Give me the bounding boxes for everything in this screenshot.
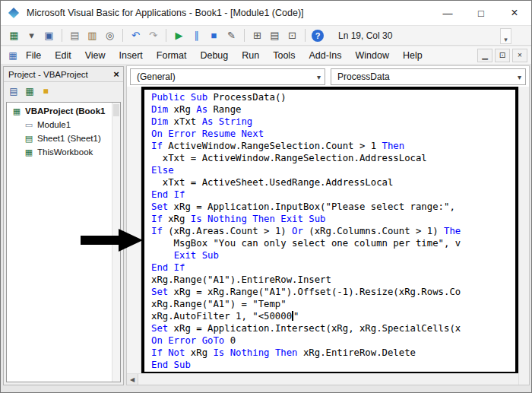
menu-file[interactable]: File [19,46,48,64]
minimize-button[interactable]: — [431,1,464,25]
project-panel-header: Project - VBAProject × [4,67,123,82]
code-keyword: As String [202,116,253,127]
view-dropdown-icon[interactable]: ▾ [24,27,40,43]
break-icon[interactable]: ∥ [188,27,204,43]
menu-debug[interactable]: Debug [193,46,235,64]
close-button[interactable]: × [498,1,531,25]
view-excel-icon[interactable]: ▦ [6,27,22,43]
code-line[interactable]: If Not xRg Is Nothing Then xRg.EntireRow… [151,347,515,359]
toolbar-overflow-button[interactable]: ▾ [500,28,511,44]
tree-item-label: VBAProject (Book1 [25,106,105,116]
chevron-down-icon[interactable]: ▾ [317,69,321,84]
code-line[interactable]: End If [151,189,515,201]
code-line[interactable]: xTxt = ActiveWindow.RangeSelection.Addre… [151,152,515,164]
code-line[interactable]: Exit Sub [151,249,515,261]
project-panel-toolbar: ▤▦■ [4,82,123,100]
code-line[interactable]: xRg.Range("A1").EntireRow.Insert [151,274,515,286]
workbook-icon: ▦ [24,147,34,157]
child-restore-button[interactable]: ⊡ [495,49,510,62]
code-line[interactable]: xRg.AutoFilter 1, "<50000" [151,310,515,322]
code-line[interactable]: If ActiveWindow.RangeSelection.Count > 1… [151,140,515,152]
code-line[interactable]: On Error GoTo 0 [151,334,515,347]
code-text: (xRg.Columns.Count > 1) [303,226,444,236]
maximize-button[interactable]: □ [464,1,498,25]
toggle-folders-icon[interactable]: ■ [39,84,52,98]
code-keyword: Dim [151,116,168,127]
scroll-left-icon: ◀ [130,376,135,383]
code-keyword: Set [151,287,168,297]
vertical-scrollbar[interactable] [518,87,529,385]
code-line[interactable]: xTxt = ActiveSheet.UsedRange.AddressLoca… [151,176,515,189]
menu-window[interactable]: Window [349,46,396,64]
redo-icon[interactable]: ↷ [145,27,161,43]
code-line[interactable]: If (xRg.Areas.Count > 1) Or (xRg.Columns… [151,225,515,237]
view-code-icon[interactable]: ▤ [7,84,21,98]
properties-window-icon[interactable]: ▤ [267,27,283,43]
code-line[interactable]: Set xRg = Application.Intersect(xRg, xRg… [151,322,515,334]
code-line[interactable]: Set xRg = xRg.Range("A1").Offset(-1).Res… [151,286,515,298]
menu-addins[interactable]: Add-Ins [302,46,348,64]
vba-main-window: Microsoft Visual Basic for Applications … [0,0,532,393]
child-minimize-button[interactable]: ▁ [477,49,492,62]
code-line[interactable]: On Error Resume Next [151,128,515,140]
toolbar-separator [244,29,245,42]
tree-item-thisworkbook[interactable]: ▦ThisWorkbook [7,145,120,159]
undo-icon[interactable]: ↶ [128,27,144,43]
chevron-down-icon[interactable]: ▾ [518,69,521,84]
menu-edit[interactable]: Edit [48,46,78,64]
panel-close-button[interactable]: × [109,67,123,81]
tree-item-module1[interactable]: ▭Module1 [7,118,120,132]
copy-icon[interactable]: ▤ [67,27,83,43]
toolbar-separator [166,29,166,42]
code-window: (General) ▾ ProcessData ▾ Public Sub Pro… [126,65,530,385]
code-line[interactable]: If xRg Is Nothing Then Exit Sub [151,213,515,225]
code-line[interactable]: Set xRg = Application.InputBox("Please s… [151,201,515,213]
code-line[interactable]: Public Sub ProcessData() [151,91,515,103]
paste-icon[interactable]: ▥ [84,27,100,43]
child-close-button[interactable]: × [512,49,527,62]
menu-format[interactable]: Format [150,46,194,64]
code-keyword: Exit Sub [174,250,219,261]
procedure-dropdown[interactable]: ProcessData ▾ [331,68,526,85]
code-line[interactable]: xRg.Range("A1") = "Temp" [151,298,515,310]
view-object-icon[interactable]: ▦ [23,84,36,98]
code-lines: Public Sub ProcessData()Dim xRg As Range… [151,91,515,371]
code-keyword: Or [292,226,303,236]
code-editor[interactable]: Public Sub ProcessData()Dim xRg As Range… [141,87,518,375]
reset-icon[interactable]: ■ [206,27,222,43]
code-line[interactable]: Else [151,164,515,176]
project-explorer-icon[interactable]: ⊞ [249,27,265,43]
horizontal-scrollbar[interactable]: ◀ [127,373,518,385]
code-line[interactable]: MsgBox "You can only select one column p… [151,237,515,249]
help-icon[interactable]: ? [312,30,324,42]
vba-app-icon [8,7,20,19]
code-line[interactable]: End Sub [151,359,515,371]
code-line[interactable]: End If [151,261,515,274]
find-icon[interactable]: ◎ [102,27,118,43]
code-line[interactable]: Dim xRg As Range [151,103,515,116]
code-keyword: End Sub [151,360,191,370]
code-text: xRg = xRg.Range("A1").Offset(-1).Resize(… [168,287,461,297]
menu-tools[interactable]: Tools [266,46,302,64]
menu-run[interactable]: Run [235,46,266,64]
tree-item-vbaproject-book1[interactable]: ▦VBAProject (Book1 [7,104,120,118]
code-keyword: The [444,226,461,236]
toolbar-separator [122,29,123,42]
scroll-left-button[interactable]: ◀ [127,374,138,385]
menu-insert[interactable]: Insert [112,46,150,64]
tree-item-sheet1[interactable]: ▤Sheet1 (Sheet1) [7,132,120,145]
code-text: xRg.Range("A1").EntireRow.Insert [151,274,331,285]
code-line[interactable]: Dim xTxt As String [151,116,515,128]
code-text: (xRg.Areas.Count > 1) [163,226,292,236]
menu-items: FileEditViewInsertFormatDebugRunToolsAdd… [19,46,429,64]
object-browser-icon[interactable]: ⊡ [284,27,300,43]
object-dropdown[interactable]: (General) ▾ [130,68,325,85]
run-icon[interactable]: ▶ [171,27,187,43]
menu-view[interactable]: View [78,46,112,64]
design-mode-icon[interactable]: ✎ [223,27,239,43]
menu-help[interactable]: Help [396,46,429,64]
code-text: xRg [168,104,196,115]
save-icon[interactable]: ▣ [41,27,57,43]
code-keyword: End If [151,262,185,273]
code-text: xRg [163,214,191,224]
